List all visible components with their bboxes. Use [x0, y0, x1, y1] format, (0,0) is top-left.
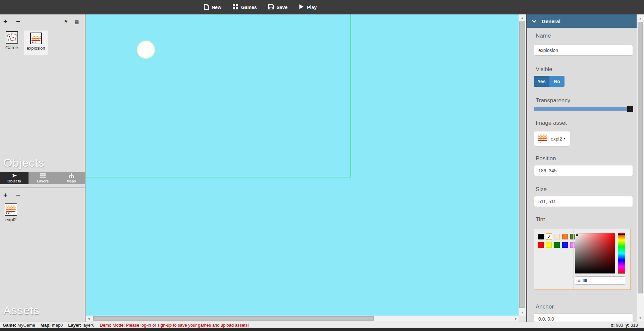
- footer-strip: [0, 328, 644, 331]
- asset-item-expl2[interactable]: expl2: [5, 203, 20, 222]
- tint-swatch[interactable]: [554, 242, 560, 248]
- object-item-label: explosion: [24, 46, 48, 51]
- transparency-slider[interactable]: [534, 107, 633, 111]
- layers-icon: [40, 173, 46, 178]
- object-item-explosion[interactable]: explosion: [24, 31, 48, 55]
- remove-asset-button[interactable]: −: [16, 192, 20, 198]
- asset-thumbnail: [537, 133, 549, 145]
- status-layer-label: Layer:: [68, 323, 81, 328]
- size-input[interactable]: [534, 196, 633, 207]
- mouse-y-value: 318: [631, 323, 638, 328]
- name-input[interactable]: [534, 45, 633, 56]
- mouse-x-value: 983: [616, 323, 623, 328]
- scroll-up-icon[interactable]: ▲: [519, 16, 526, 19]
- explosion-spritesheet-thumbnail: [30, 33, 42, 44]
- visible-label: Visible: [536, 66, 552, 73]
- games-button[interactable]: Games: [233, 4, 257, 10]
- paper-plane-icon: [12, 173, 17, 178]
- tint-swatch[interactable]: ✓: [546, 234, 552, 239]
- general-header-label: General: [542, 18, 560, 24]
- hue-strip[interactable]: [618, 233, 625, 274]
- add-asset-button[interactable]: +: [3, 192, 7, 198]
- scroll-left-icon[interactable]: ◀: [88, 317, 90, 320]
- status-game: Game: MyGame: [3, 323, 35, 328]
- object-item-game[interactable]: Game: [3, 31, 20, 50]
- status-game-label: Game:: [3, 323, 16, 328]
- tint-swatch[interactable]: [562, 242, 568, 248]
- tint-swatch[interactable]: [538, 234, 544, 239]
- grid-squares-icon: [233, 4, 238, 10]
- size-label: Size: [536, 186, 547, 193]
- tab-label: Maps: [66, 179, 76, 183]
- games-button-label: Games: [241, 5, 257, 10]
- inspector-scroll-thumb[interactable]: [638, 22, 643, 293]
- mouse-x-label: x:: [611, 323, 615, 328]
- saturation-value-gradient[interactable]: [575, 233, 615, 274]
- gradient-cursor: [576, 234, 578, 236]
- selection-rectangle: [86, 14, 351, 177]
- tint-swatches: ✓: [538, 234, 572, 248]
- save-button-label: Save: [277, 5, 288, 10]
- tint-label: Tint: [536, 216, 545, 223]
- add-object-button[interactable]: +: [3, 18, 7, 24]
- status-map-value: map0: [52, 323, 63, 328]
- sidebar-tabbar: Objects Layers Maps: [0, 172, 86, 184]
- image-asset-label: Image asset: [536, 120, 567, 126]
- play-button-label: Play: [307, 5, 317, 10]
- picker-divider: [573, 229, 574, 289]
- image-asset-value: expl2: [551, 136, 562, 142]
- new-button-label: New: [212, 5, 221, 10]
- vertical-scroll-thumb[interactable]: [519, 21, 525, 308]
- position-label: Position: [536, 155, 556, 162]
- tab-layers[interactable]: Layers: [29, 172, 57, 184]
- explosion-sprite-object[interactable]: [137, 41, 155, 59]
- visible-toggle-group: Yes No: [534, 76, 565, 87]
- assets-section-title: Assets: [3, 304, 40, 317]
- status-layer-value: layer0: [83, 323, 94, 328]
- play-button[interactable]: Play: [299, 4, 317, 10]
- tint-swatch[interactable]: [538, 242, 544, 248]
- map-editor-canvas[interactable]: [86, 14, 519, 316]
- sitemap-icon: [69, 173, 74, 178]
- visible-yes-button[interactable]: Yes: [534, 76, 549, 87]
- flag-icon[interactable]: ⚑: [64, 19, 68, 24]
- anchor-input[interactable]: [534, 313, 633, 322]
- hue-marker: [618, 234, 625, 235]
- tab-label: Layers: [37, 179, 49, 183]
- status-layer: Layer: layer0: [68, 323, 94, 328]
- tint-swatch[interactable]: [546, 242, 552, 248]
- tint-swatch[interactable]: [554, 234, 560, 239]
- inspector-panel: General Name Visible Yes No Transparency…: [527, 14, 637, 322]
- status-map-label: Map:: [41, 323, 51, 328]
- tint-swatch[interactable]: [562, 234, 568, 239]
- tab-maps[interactable]: Maps: [57, 172, 86, 184]
- horizontal-scroll-thumb[interactable]: [93, 316, 374, 321]
- transparency-label: Transparency: [536, 97, 570, 104]
- save-button[interactable]: Save: [268, 4, 288, 10]
- caret-down-icon: ▾: [564, 137, 565, 140]
- hex-color-input[interactable]: [575, 276, 625, 285]
- new-button[interactable]: New: [204, 4, 221, 11]
- scroll-down-icon[interactable]: ▼: [519, 311, 526, 314]
- status-game-value: MyGame: [17, 323, 35, 328]
- name-label: Name: [536, 33, 551, 39]
- visible-no-button[interactable]: No: [549, 76, 565, 87]
- grid-view-icon[interactable]: ▦: [74, 19, 79, 24]
- position-input[interactable]: [534, 165, 633, 176]
- tab-label: Objects: [7, 179, 21, 183]
- remove-object-button[interactable]: −: [16, 18, 20, 24]
- anchor-label: Anchor: [536, 304, 554, 310]
- transparency-slider-handle[interactable]: [627, 106, 633, 112]
- canvas-horizontal-scrollbar[interactable]: ◀ ▶: [86, 316, 519, 322]
- image-asset-dropdown[interactable]: expl2 ▾: [534, 131, 571, 146]
- demo-mode-message: Demo Mode: Please log-in or sign-up to s…: [100, 323, 249, 328]
- objects-section-title: Objects: [3, 156, 44, 169]
- inspector-scrollbar[interactable]: ▲ ▼: [637, 14, 644, 322]
- scroll-up-icon[interactable]: ▲: [637, 17, 644, 20]
- general-section-header[interactable]: General: [527, 14, 637, 28]
- scroll-down-icon[interactable]: ▼: [637, 316, 644, 320]
- canvas-vertical-scrollbar[interactable]: ▲ ▼: [519, 14, 526, 316]
- scroll-right-icon[interactable]: ▶: [515, 317, 517, 320]
- tab-objects[interactable]: Objects: [0, 172, 29, 184]
- scrollbar-corner: [519, 316, 526, 322]
